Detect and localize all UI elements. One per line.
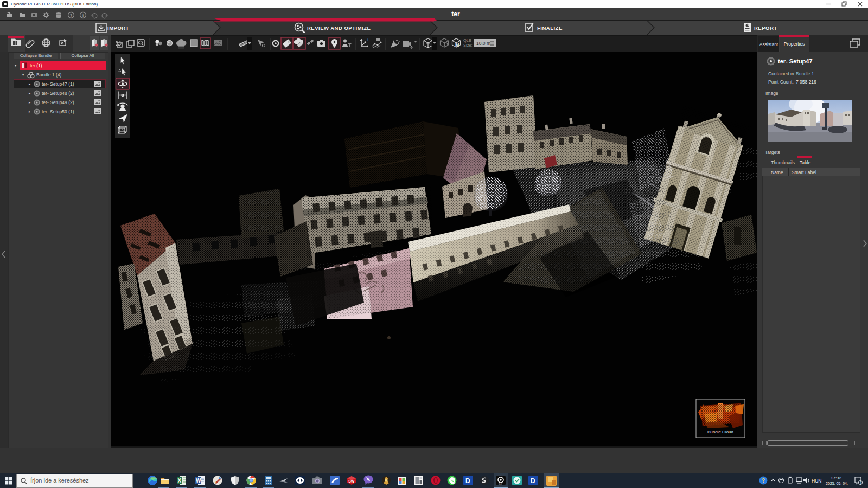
svg-text:FINALIZE: FINALIZE bbox=[537, 25, 563, 31]
svg-text:1: 1 bbox=[860, 481, 862, 485]
svg-text:REVIEW AND OPTIMIZE: REVIEW AND OPTIMIZE bbox=[307, 25, 371, 31]
svg-text:Size:: Size: bbox=[463, 43, 473, 48]
svg-text:D: D bbox=[531, 477, 535, 485]
svg-text:10.0 m: 10.0 m bbox=[476, 41, 490, 46]
svg-text:REPORT: REPORT bbox=[754, 25, 777, 31]
svg-text:?: ? bbox=[70, 13, 73, 18]
svg-text:?: ? bbox=[762, 478, 765, 484]
svg-text:IMPORT: IMPORT bbox=[107, 25, 129, 31]
svg-text:BLK: BLK bbox=[499, 483, 502, 485]
svg-text:SW: SW bbox=[348, 479, 355, 483]
svg-text:X: X bbox=[178, 478, 182, 484]
svg-text:2025. 05. 04.: 2025. 05. 04. bbox=[826, 481, 848, 485]
svg-text:17:32: 17:32 bbox=[831, 476, 842, 480]
svg-text:QLB: QLB bbox=[463, 38, 471, 43]
svg-text:+: + bbox=[367, 38, 369, 42]
svg-text:Bundle Cloud: Bundle Cloud bbox=[707, 429, 733, 434]
svg-text:M: M bbox=[455, 42, 459, 48]
svg-text:W: W bbox=[196, 478, 201, 484]
svg-text:HUN: HUN bbox=[812, 478, 821, 484]
svg-text:D: D bbox=[465, 477, 470, 485]
svg-text:i: i bbox=[82, 13, 84, 18]
